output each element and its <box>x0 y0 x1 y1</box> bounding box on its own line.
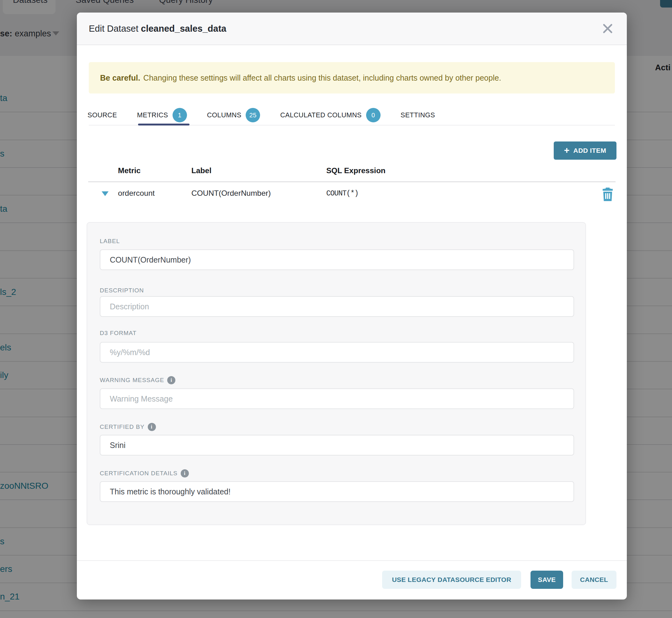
columns-count-badge: 25 <box>246 108 260 122</box>
d3-format-field-label: D3 FORMAT <box>100 330 136 337</box>
add-item-button[interactable]: + ADD ITEM <box>554 141 616 160</box>
warning-banner-text: Changing these settings will affect all … <box>143 74 501 83</box>
label-field-label: LABEL <box>100 238 120 245</box>
modal-footer-divider <box>77 560 627 561</box>
label-input[interactable] <box>100 249 574 270</box>
tab-source[interactable]: SOURCE <box>88 111 117 119</box>
metric-sql-cell: COUNT(*) <box>326 190 358 198</box>
metric-column-header: Metric <box>118 166 140 175</box>
description-field-label: DESCRIPTION <box>100 287 144 294</box>
plus-icon: + <box>564 145 570 155</box>
tab-settings[interactable]: SETTINGS <box>401 111 435 119</box>
metrics-count-badge: 1 <box>173 108 187 122</box>
modal-tabs: SOURCE METRICS1 COLUMNS25 CALCULATED COL… <box>77 105 627 125</box>
tab-columns[interactable]: COLUMNS25 <box>207 108 260 122</box>
certified-by-field-label: CERTIFIED BYi <box>100 423 156 431</box>
close-x-glyph <box>602 23 613 34</box>
active-tab-ink-bar <box>138 124 189 125</box>
warning-message-input[interactable] <box>100 388 574 409</box>
info-icon[interactable]: i <box>167 376 175 384</box>
tab-metrics[interactable]: METRICS1 <box>137 108 187 122</box>
certified-by-input[interactable] <box>100 435 574 455</box>
use-legacy-datasource-editor-button[interactable]: USE LEGACY DATASOURCE EDITOR <box>382 571 521 589</box>
modal-header: Edit Dataset cleaned_sales_data <box>77 13 627 45</box>
sql-expression-column-header: SQL Expression <box>326 166 386 175</box>
screen: Datasets Saved Queries Query History se:… <box>0 0 672 618</box>
close-icon[interactable] <box>600 21 615 36</box>
warning-banner-bold: Be careful. <box>100 74 140 83</box>
certification-details-input[interactable] <box>100 481 574 502</box>
warning-banner: Be careful. Changing these settings will… <box>89 62 615 94</box>
label-column-header: Label <box>191 166 211 175</box>
d3-format-input[interactable] <box>100 342 574 363</box>
metric-label-cell: COUNT(OrderNumber) <box>191 189 271 198</box>
certification-details-field-label: CERTIFICATION DETAILSi <box>100 469 189 478</box>
modal-title: Edit Dataset cleaned_sales_data <box>89 23 226 34</box>
description-input[interactable] <box>100 296 574 317</box>
modal-title-dataset-name: cleaned_sales_data <box>141 23 226 33</box>
metric-name-cell: ordercount <box>118 189 155 198</box>
delete-metric-trash-icon[interactable] <box>601 187 614 203</box>
info-icon[interactable]: i <box>181 469 189 478</box>
calculated-columns-count-badge: 0 <box>366 108 381 122</box>
cancel-button[interactable]: CANCEL <box>572 571 616 589</box>
metrics-table-divider <box>88 181 615 182</box>
metric-detail-panel: LABEL DESCRIPTION D3 FORMAT WARNING MESS… <box>87 222 586 525</box>
info-icon[interactable]: i <box>148 423 156 431</box>
modal-title-prefix: Edit Dataset <box>89 23 141 33</box>
warning-message-field-label: WARNING MESSAGEi <box>100 376 175 384</box>
collapse-row-caret-icon[interactable] <box>102 191 109 196</box>
tab-calculated-columns[interactable]: CALCULATED COLUMNS0 <box>280 108 380 122</box>
save-button[interactable]: SAVE <box>531 571 563 589</box>
edit-dataset-modal: Edit Dataset cleaned_sales_data Be caref… <box>77 13 627 600</box>
